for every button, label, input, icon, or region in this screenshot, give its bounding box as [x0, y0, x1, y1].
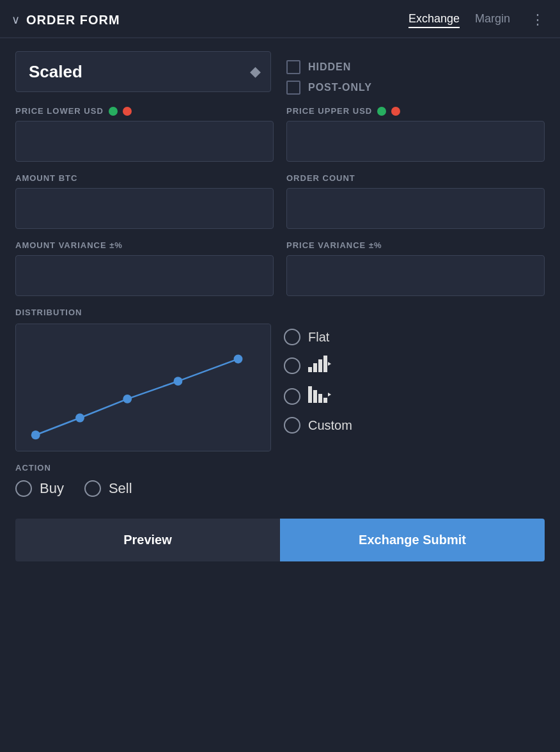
svg-rect-0	[17, 324, 270, 451]
checkbox-hidden-box[interactable]	[286, 60, 300, 74]
svg-marker-15	[328, 393, 331, 396]
distribution-chart	[15, 324, 271, 451]
order-count-input[interactable]	[286, 188, 545, 229]
svg-rect-8	[318, 359, 322, 372]
radio-sell[interactable]: Sell	[84, 480, 132, 497]
amount-variance-label: AMOUNT VARIANCE ±%	[15, 240, 123, 250]
amount-variance-label-row: AMOUNT VARIANCE ±%	[15, 240, 274, 250]
radio-sell-label: Sell	[109, 480, 132, 497]
svg-rect-11	[308, 386, 312, 403]
radio-descending-circle[interactable]	[284, 388, 300, 405]
svg-point-4	[174, 377, 183, 386]
price-upper-dot-red	[391, 107, 400, 116]
chart-svg	[16, 324, 270, 451]
radio-ascending[interactable]	[284, 356, 352, 376]
distribution-section: DISTRIBUTION	[15, 308, 545, 451]
price-upper-input[interactable]	[286, 121, 545, 162]
radio-descending[interactable]	[284, 386, 352, 407]
field-price-upper: PRICE UPPER USD	[286, 106, 545, 162]
header-left: ∨ ORDER FORM	[12, 13, 408, 27]
price-upper-dot-green	[377, 107, 386, 116]
preview-button[interactable]: Preview	[15, 519, 280, 561]
field-price-variance: PRICE VARIANCE ±%	[286, 240, 545, 296]
radio-buy[interactable]: Buy	[15, 480, 64, 497]
svg-rect-7	[313, 363, 317, 372]
distribution-options: Flat	[284, 324, 352, 434]
price-lower-label: PRICE LOWER USD	[15, 106, 104, 116]
order-count-label: ORDER COUNT	[286, 173, 355, 183]
price-upper-label: PRICE UPPER USD	[286, 106, 372, 116]
checkbox-postonly-box[interactable]	[286, 81, 300, 95]
price-lower-input[interactable]	[15, 121, 274, 162]
amount-variance-input[interactable]	[15, 255, 274, 296]
distribution-content: Flat	[15, 324, 545, 451]
order-type-select[interactable]: Scaled Limit Market Stop	[15, 51, 271, 92]
submit-button[interactable]: Exchange Submit	[280, 519, 545, 561]
radio-custom-label: Custom	[308, 418, 352, 433]
svg-rect-13	[318, 394, 322, 403]
price-variance-label: PRICE VARIANCE ±%	[286, 240, 382, 250]
svg-point-3	[123, 395, 132, 403]
amount-btc-input[interactable]	[15, 188, 274, 229]
price-lower-dot-green	[109, 107, 118, 116]
order-count-label-row: ORDER COUNT	[286, 173, 545, 183]
price-lower-dot-red	[123, 107, 132, 116]
radio-custom[interactable]: Custom	[284, 417, 352, 434]
tab-exchange[interactable]: Exchange	[408, 12, 460, 28]
checkboxes-group: HIDDEN POST-ONLY	[286, 51, 372, 95]
radio-flat-label: Flat	[308, 330, 329, 345]
header-nav: Exchange Margin ⋮	[408, 12, 545, 28]
radio-flat-circle[interactable]	[284, 329, 300, 345]
price-variance-input[interactable]	[286, 255, 545, 296]
more-icon[interactable]: ⋮	[531, 12, 545, 28]
content: Scaled Limit Market Stop ◆ HIDDEN POST-O…	[0, 38, 560, 574]
svg-point-5	[234, 355, 243, 364]
amount-btc-label: AMOUNT BTC	[15, 173, 77, 183]
radio-ascending-circle[interactable]	[284, 357, 300, 374]
svg-marker-10	[328, 362, 331, 366]
svg-point-2	[75, 414, 84, 423]
action-options: Buy Sell	[15, 480, 545, 497]
price-lower-label-row: PRICE LOWER USD	[15, 106, 274, 116]
ascending-bars-icon	[308, 356, 331, 376]
radio-sell-circle[interactable]	[84, 480, 101, 497]
radio-flat[interactable]: Flat	[284, 329, 352, 345]
svg-rect-14	[323, 398, 327, 403]
svg-rect-9	[323, 356, 327, 372]
order-type-container: Scaled Limit Market Stop ◆	[15, 51, 271, 92]
radio-custom-circle[interactable]	[284, 417, 300, 434]
radio-buy-circle[interactable]	[15, 480, 32, 497]
action-label: ACTION	[15, 463, 545, 473]
field-amount-btc: AMOUNT BTC	[15, 173, 274, 229]
row-order-type: Scaled Limit Market Stop ◆ HIDDEN POST-O…	[15, 51, 545, 95]
price-fields-row: PRICE LOWER USD PRICE UPPER USD	[15, 106, 545, 162]
header: ∨ ORDER FORM Exchange Margin ⋮	[0, 0, 560, 38]
bottom-buttons: Preview Exchange Submit	[15, 519, 545, 561]
svg-point-1	[31, 430, 40, 439]
checkbox-hidden-label: HIDDEN	[308, 61, 351, 73]
distribution-label: DISTRIBUTION	[15, 308, 545, 317]
amount-ordercount-row: AMOUNT BTC ORDER COUNT	[15, 173, 545, 229]
action-section: ACTION Buy Sell	[15, 463, 545, 497]
tab-margin[interactable]: Margin	[475, 12, 510, 28]
variance-row: AMOUNT VARIANCE ±% PRICE VARIANCE ±%	[15, 240, 545, 296]
field-order-count: ORDER COUNT	[286, 173, 545, 229]
amount-btc-label-row: AMOUNT BTC	[15, 173, 274, 183]
radio-buy-label: Buy	[40, 480, 64, 497]
price-variance-label-row: PRICE VARIANCE ±%	[286, 240, 545, 250]
order-form: ∨ ORDER FORM Exchange Margin ⋮ Scaled Li…	[0, 0, 560, 752]
page-title: ORDER FORM	[26, 13, 120, 27]
price-upper-label-row: PRICE UPPER USD	[286, 106, 545, 116]
checkbox-postonly[interactable]: POST-ONLY	[286, 81, 372, 95]
collapse-icon[interactable]: ∨	[12, 13, 20, 27]
field-amount-variance: AMOUNT VARIANCE ±%	[15, 240, 274, 296]
field-price-lower: PRICE LOWER USD	[15, 106, 274, 162]
checkbox-hidden[interactable]: HIDDEN	[286, 60, 372, 74]
descending-bars-icon	[308, 386, 331, 407]
svg-rect-6	[308, 367, 312, 372]
svg-rect-12	[313, 390, 317, 403]
checkbox-postonly-label: POST-ONLY	[308, 82, 372, 93]
